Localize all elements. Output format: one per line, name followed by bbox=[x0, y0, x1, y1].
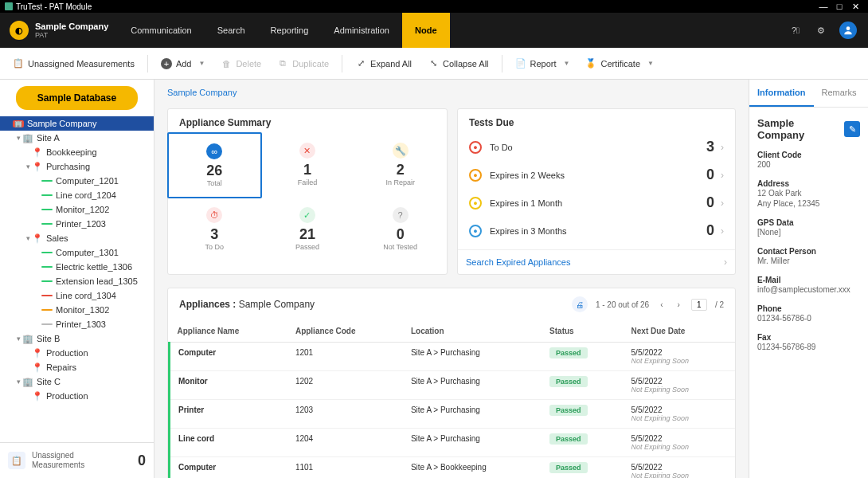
tree-item[interactable]: Electric kettle_1306 bbox=[0, 260, 154, 274]
app-icon bbox=[5, 2, 13, 10]
logo-icon: ◐ bbox=[10, 21, 29, 40]
tree-item[interactable]: 📍Production bbox=[0, 346, 154, 360]
appliances-card: Appliances : Sample Company 🖨 1 - 20 out… bbox=[167, 288, 736, 478]
edit-button[interactable]: ✎ bbox=[844, 121, 860, 137]
search-expired-link[interactable]: Search Expired Appliances › bbox=[458, 249, 735, 274]
sidebar: Sample Database 🏢Sample Company▾🏢Site A📍… bbox=[0, 80, 154, 478]
plus-icon: + bbox=[161, 58, 172, 69]
tree-item[interactable]: Printer_1203 bbox=[0, 217, 154, 231]
trash-icon: 🗑 bbox=[221, 58, 232, 69]
expand-all-button[interactable]: ⤢ Expand All bbox=[349, 55, 418, 72]
test-due-row[interactable]: ●Expires in 1 Month0› bbox=[461, 189, 732, 217]
summary-cell[interactable]: ⏱3To Do bbox=[168, 198, 261, 261]
table-header: Next Due Date bbox=[624, 320, 735, 343]
certificate-icon: 🏅 bbox=[585, 58, 596, 69]
main-content: Sample Company Appliance Summary ∞26Tota… bbox=[154, 80, 749, 478]
tree-item[interactable]: 📍Production bbox=[0, 389, 154, 403]
rp-field: Contact PersonMr. Miller bbox=[749, 242, 868, 271]
window-titlebar: TruTest - PAT Module — □ ✕ bbox=[0, 0, 868, 13]
tree-item[interactable]: Extension lead_1305 bbox=[0, 274, 154, 288]
rp-field: Address12 Oak ParkAny Place, 12345 bbox=[749, 174, 868, 214]
test-due-row[interactable]: ●Expires in 3 Months0› bbox=[461, 217, 732, 245]
page-input[interactable] bbox=[691, 299, 707, 311]
page-info: 1 - 20 out of 26 bbox=[596, 300, 649, 309]
tree-item[interactable]: Monitor_1202 bbox=[0, 202, 154, 217]
table-header: Status bbox=[542, 320, 623, 343]
tree-item[interactable]: Line cord_1204 bbox=[0, 188, 154, 202]
page-next[interactable]: › bbox=[674, 299, 683, 311]
settings-icon[interactable]: ⚙ bbox=[814, 23, 828, 37]
certificate-button[interactable]: 🏅 Certificate▼ bbox=[579, 55, 659, 72]
add-button[interactable]: + Add▼ bbox=[154, 55, 212, 72]
app-header: ◐ Sample Company PAT CommunicationSearch… bbox=[0, 13, 868, 48]
tree-item[interactable]: Computer_1201 bbox=[0, 174, 154, 188]
test-due-row[interactable]: ●To Do3› bbox=[461, 133, 732, 161]
unassigned-measurements-button[interactable]: 📋 Unassigned Measurements bbox=[6, 55, 141, 72]
rp-tab-remarks[interactable]: Remarks bbox=[814, 80, 865, 107]
tree-item[interactable]: 🏢Sample Company bbox=[0, 116, 154, 131]
tree-item[interactable]: 📍Repairs bbox=[0, 360, 154, 374]
window-close[interactable]: ✕ bbox=[847, 2, 863, 12]
test-due-row[interactable]: ●Expires in 2 Weeks0› bbox=[461, 161, 732, 189]
summary-cell[interactable]: ✕1Failed bbox=[261, 133, 354, 198]
logo-block: ◐ Sample Company PAT bbox=[0, 13, 118, 48]
page-prev[interactable]: ‹ bbox=[657, 299, 666, 311]
tests-due-title: Tests Due bbox=[458, 109, 735, 133]
chevron-right-icon: › bbox=[724, 257, 727, 268]
tree-item[interactable]: ▾🏢Site A bbox=[0, 131, 154, 145]
window-minimize[interactable]: — bbox=[815, 2, 831, 11]
database-button[interactable]: Sample Database bbox=[16, 86, 138, 110]
report-button[interactable]: 📄 Report▼ bbox=[509, 55, 577, 72]
nav-tab-node[interactable]: Node bbox=[402, 13, 450, 48]
breadcrumb-root[interactable]: Sample Company bbox=[167, 88, 237, 97]
table-row[interactable]: Monitor1202Site A > PurchasingPassed5/5/… bbox=[170, 371, 736, 400]
help-icon[interactable]: ?⃝ bbox=[788, 23, 803, 37]
rp-field: Client Code200 bbox=[749, 146, 868, 174]
nav-tab-search[interactable]: Search bbox=[205, 13, 258, 48]
tree-item[interactable]: ▾🏢Site B bbox=[0, 331, 154, 346]
tree: 🏢Sample Company▾🏢Site A📍Bookkeeping▾📍Pur… bbox=[0, 116, 154, 442]
tree-item[interactable]: Computer_1301 bbox=[0, 245, 154, 260]
right-panel: InformationRemarks Sample Company ✎ Clie… bbox=[749, 80, 868, 478]
collapse-all-button[interactable]: ⤡ Collapse All bbox=[421, 55, 495, 72]
unassigned-footer[interactable]: 📋 Unassigned Measurements 0 bbox=[0, 442, 154, 478]
rp-field: E-Mailinfo@samplecustomer.xxx bbox=[749, 271, 868, 300]
appliance-summary-card: Appliance Summary ∞26Total✕1Failed🔧2In R… bbox=[167, 108, 448, 275]
window-maximize[interactable]: □ bbox=[831, 2, 847, 11]
tree-item[interactable]: ▾📍Purchasing bbox=[0, 159, 154, 174]
tree-item[interactable]: ▾🏢Site C bbox=[0, 374, 154, 389]
rp-tab-information[interactable]: Information bbox=[749, 80, 814, 107]
summary-cell[interactable]: ?0Not Tested bbox=[354, 198, 447, 261]
clipboard-icon: 📋 bbox=[8, 452, 25, 469]
table-row[interactable]: Computer1201Site A > PurchasingPassed5/5… bbox=[170, 343, 736, 371]
nav-tab-administration[interactable]: Administration bbox=[321, 13, 402, 48]
tree-item[interactable]: 📍Bookkeeping bbox=[0, 145, 154, 159]
table-row[interactable]: Computer1101Site A > BookkeepingPassed5/… bbox=[170, 457, 736, 479]
header-sub: PAT bbox=[35, 31, 108, 39]
tests-due-card: Tests Due ●To Do3›●Expires in 2 Weeks0›●… bbox=[457, 108, 736, 275]
window-title: TruTest - PAT Module bbox=[16, 2, 92, 11]
table-row[interactable]: Line cord1204Site A > PurchasingPassed5/… bbox=[170, 429, 736, 457]
tree-item[interactable]: Monitor_1302 bbox=[0, 303, 154, 317]
tree-item[interactable]: Printer_1303 bbox=[0, 317, 154, 331]
table-header: Appliance Code bbox=[287, 320, 403, 343]
tree-item[interactable]: ▾📍Sales bbox=[0, 231, 154, 245]
print-icon[interactable]: 🖨 bbox=[572, 296, 588, 312]
nav-tab-reporting[interactable]: Reporting bbox=[258, 13, 322, 48]
summary-cell[interactable]: 🔧2In Repair bbox=[354, 133, 447, 198]
tree-item[interactable]: Line cord_1304 bbox=[0, 288, 154, 303]
report-icon: 📄 bbox=[515, 58, 526, 69]
rp-field: Phone01234-56786-0 bbox=[749, 300, 868, 328]
toolbar: 📋 Unassigned Measurements + Add▼ 🗑 Delet… bbox=[0, 48, 868, 80]
nav-tab-communication[interactable]: Communication bbox=[118, 13, 204, 48]
user-avatar[interactable] bbox=[839, 22, 857, 39]
nav-tabs: CommunicationSearchReportingAdministrati… bbox=[118, 13, 449, 48]
summary-cell[interactable]: ✓21Passed bbox=[261, 198, 354, 261]
duplicate-button[interactable]: ⧉ Duplicate bbox=[271, 55, 335, 72]
clipboard-icon: 📋 bbox=[13, 58, 24, 69]
table-row[interactable]: Printer1203Site A > PurchasingPassed5/5/… bbox=[170, 400, 736, 429]
rp-field: GPS Data[None] bbox=[749, 214, 868, 242]
summary-cell[interactable]: ∞26Total bbox=[167, 132, 262, 198]
copy-icon: ⧉ bbox=[277, 58, 288, 69]
delete-button[interactable]: 🗑 Delete bbox=[214, 55, 268, 72]
